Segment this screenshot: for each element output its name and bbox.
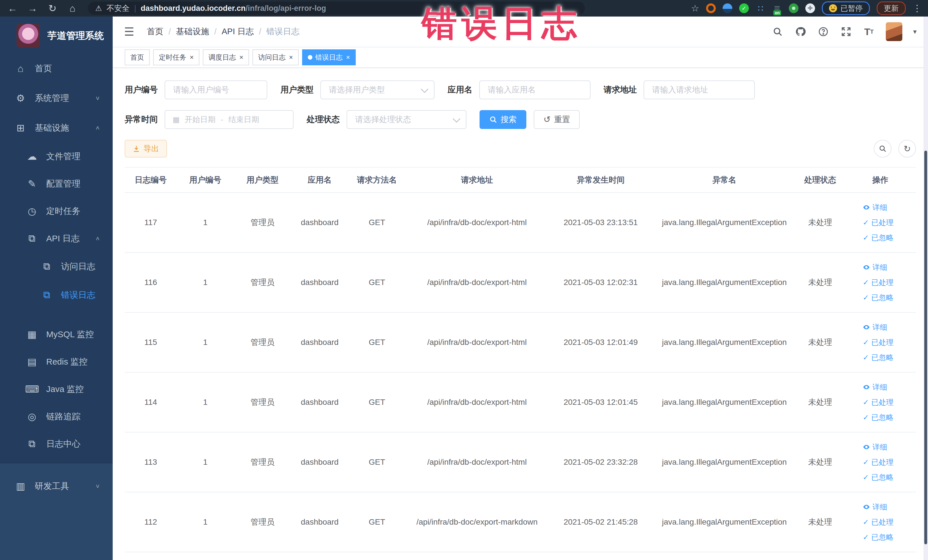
mark-ignored-link[interactable]: ✓已忽略 [863, 533, 893, 542]
sidebar-item-config[interactable]: ✎配置管理 [0, 170, 113, 197]
detail-link[interactable]: 详细 [863, 262, 887, 272]
home-browser-icon[interactable]: ⌂ [66, 3, 79, 14]
avatar[interactable] [886, 22, 902, 41]
user-type-cell: 管理员 [234, 492, 291, 552]
refresh-table-button[interactable]: ↻ [898, 140, 916, 157]
mark-ignored-link[interactable]: ✓已忽略 [863, 352, 893, 363]
mark-ignored-link[interactable]: ✓已忽略 [863, 412, 893, 423]
sidebar-item-system[interactable]: ⚙系统管理∨ [0, 83, 113, 113]
filter-user-id: 用户编号 [125, 81, 267, 99]
sidebar-item-java[interactable]: ⌨Java 监控 [0, 375, 113, 403]
detail-link[interactable]: 详细 [863, 442, 887, 452]
sidebar-item-infra[interactable]: ⊞基础设施∧ [0, 113, 113, 143]
mark-processed-link[interactable]: ✓已处理 [863, 218, 893, 227]
request-url-cell: /api/infra/db-doc/export-html [405, 372, 548, 432]
breadcrumb-item[interactable]: API 日志 [222, 26, 254, 37]
search-button[interactable]: 搜索 [479, 110, 527, 129]
breadcrumb-item[interactable]: 首页 [147, 26, 163, 37]
mark-processed-label: 已处理 [871, 457, 893, 467]
mark-processed-link[interactable]: ✓已处理 [863, 397, 893, 407]
update-badge[interactable]: 更新 [877, 2, 906, 15]
api-log-icon: ⧉ [25, 233, 39, 244]
extension-icon[interactable]: ≣on [772, 3, 782, 13]
forward-icon[interactable]: → [26, 3, 39, 14]
mark-processed-link[interactable]: ✓已处理 [863, 457, 893, 467]
column-header: 请求地址 [405, 168, 548, 192]
sidebar-item-tracer[interactable]: ◎链路追踪 [0, 403, 113, 430]
breadcrumb-separator: / [214, 27, 217, 37]
detail-link[interactable]: 详细 [863, 322, 887, 333]
mark-ignored-link[interactable]: ✓已忽略 [863, 293, 893, 303]
extensions-puzzle-icon[interactable]: ✚ [805, 3, 815, 13]
mark-ignored-link[interactable]: ✓已忽略 [863, 233, 893, 243]
tab-home[interactable]: 首页 [125, 49, 150, 65]
browser-menu-icon[interactable]: ⋮ [913, 3, 922, 14]
sidebar-item-file[interactable]: ☁文件管理 [0, 143, 113, 170]
sidebar-item-api-log[interactable]: ⧉API 日志∧ [0, 225, 113, 252]
reload-icon[interactable]: ↻ [46, 3, 59, 14]
sidebar-item-redis[interactable]: ▤Redis 监控 [0, 348, 113, 375]
sidebar-item-access-log[interactable]: ⧉访问日志 [0, 252, 113, 281]
sidebar-item-error-log[interactable]: ⧉错误日志 [0, 281, 113, 309]
back-icon[interactable]: ← [6, 3, 19, 14]
sidebar-item-dev-tools[interactable]: ▥研发工具∨ [0, 471, 113, 501]
user-type-select-input[interactable] [328, 85, 421, 95]
mark-processed-link[interactable]: ✓已处理 [863, 337, 893, 348]
reset-button[interactable]: ↺ 重置 [534, 110, 580, 129]
bookmark-star-icon[interactable]: ☆ [691, 3, 699, 14]
detail-link[interactable]: 详细 [863, 382, 887, 392]
column-header: 日志编号 [125, 168, 177, 192]
mark-processed-link[interactable]: ✓已处理 [863, 517, 893, 527]
refresh-icon: ↺ [543, 115, 551, 124]
github-icon[interactable] [795, 26, 806, 38]
extension-icon[interactable] [789, 3, 798, 13]
sidebar-item-home[interactable]: ⌂首页 [0, 53, 113, 83]
sidebar-item-job[interactable]: ◷定时任务 [0, 197, 113, 225]
status-select-input[interactable] [355, 115, 453, 124]
extension-icon[interactable]: ✓ [739, 3, 749, 13]
time-cell: 2021-05-03 12:01:45 [549, 372, 653, 432]
page-scrollbar[interactable] [923, 17, 928, 560]
close-icon[interactable]: × [346, 54, 350, 61]
update-label: 更新 [884, 3, 899, 14]
date-range-picker[interactable]: ▦ 开始日期 - 结束日期 [165, 110, 293, 129]
app-name-input[interactable] [487, 85, 583, 95]
collapse-sidebar-icon[interactable]: ☰ [124, 25, 134, 38]
tab-job-log[interactable]: 调度日志× [203, 49, 249, 65]
extension-icon[interactable] [723, 3, 732, 13]
tab-access-log[interactable]: 访问日志× [252, 49, 299, 65]
detail-link[interactable]: 详细 [863, 203, 887, 212]
font-size-icon[interactable]: TT [863, 26, 875, 38]
help-icon[interactable] [817, 26, 829, 38]
detail-link-label: 详细 [872, 203, 887, 212]
detail-link[interactable]: 详细 [863, 502, 887, 512]
user-id-input[interactable] [172, 85, 259, 95]
export-button[interactable]: 导出 [125, 140, 167, 157]
close-icon[interactable]: × [289, 54, 293, 61]
sidebar-item-log-center[interactable]: ⧉日志中心 [0, 430, 113, 458]
breadcrumb-item[interactable]: 基础设施 [176, 26, 209, 37]
user-type-select[interactable] [321, 81, 435, 99]
tab-job[interactable]: 定时任务× [153, 49, 199, 65]
request-url-input[interactable] [652, 85, 747, 95]
status-select[interactable] [346, 110, 466, 129]
mark-ignored-link[interactable]: ✓已忽略 [863, 472, 893, 482]
tab-label: 定时任务 [159, 53, 186, 62]
close-icon[interactable]: × [190, 54, 194, 61]
tab-error-log[interactable]: 错误日志× [302, 49, 356, 65]
extension-icon[interactable] [706, 3, 716, 13]
reset-button-label: 重置 [554, 114, 570, 125]
fullscreen-icon[interactable] [840, 26, 852, 38]
search-icon[interactable] [772, 26, 784, 38]
chevron-down-icon[interactable]: ▾ [913, 27, 917, 36]
mark-processed-link[interactable]: ✓已处理 [863, 278, 893, 288]
close-icon[interactable]: × [240, 54, 243, 61]
paused-badge[interactable]: 已暂停 [822, 2, 870, 15]
sidebar-item-mysql[interactable]: ▦MySQL 监控 [0, 320, 113, 348]
toggle-search-button[interactable] [874, 140, 891, 157]
scrollbar-thumb[interactable] [924, 151, 927, 544]
user-id-cell: 1 [177, 312, 234, 372]
extension-icon[interactable]: ∷ [756, 3, 765, 13]
app-logo[interactable]: 芋道管理系统 [0, 17, 113, 53]
address-bar[interactable]: ⚠ 不安全 | dashboard.yudao.iocoder.cn/infra… [88, 2, 585, 15]
